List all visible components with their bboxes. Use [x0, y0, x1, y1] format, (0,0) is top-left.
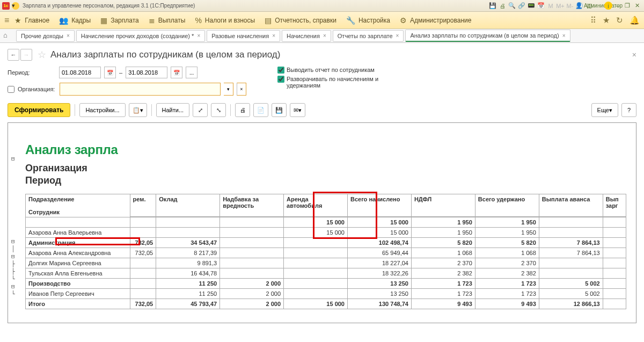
table-row[interactable]: Итого732,0545 793,472 00015 000130 748,7… — [26, 299, 626, 309]
period-more-button[interactable]: ... — [186, 67, 197, 78]
date-from-input[interactable] — [59, 67, 101, 78]
page-close-icon[interactable]: × — [632, 50, 636, 59]
menu-payments[interactable]: ≣Выплаты — [149, 16, 186, 25]
mminus-icon[interactable]: M- — [566, 2, 574, 10]
report-sub-period: Период — [25, 175, 631, 186]
close-icon[interactable]: × — [396, 33, 399, 39]
org-label: Организация: — [18, 86, 56, 92]
home-icon[interactable]: ⌂ — [3, 31, 13, 41]
user-icon[interactable]: 👤Администратор — [595, 2, 603, 10]
table-row[interactable]: Долгих Марина Сергеевна9 891,318 227,042… — [26, 258, 626, 268]
collapse-icon[interactable]: ⤡ — [211, 103, 226, 117]
menu-salary[interactable]: ▦Зарплата — [100, 16, 139, 25]
settings-button[interactable]: Настройки... — [79, 103, 125, 117]
chk-expand[interactable] — [277, 76, 284, 83]
apps-icon[interactable]: ⠿ — [590, 16, 596, 25]
calendar-icon[interactable]: 📅 — [171, 67, 182, 78]
close-icon[interactable]: × — [562, 33, 566, 39]
page-header: ← → ☆ Анализ зарплаты по сотрудникам (в … — [0, 43, 644, 67]
preview-icon[interactable]: 📄 — [253, 103, 268, 117]
org-checkbox[interactable] — [8, 86, 14, 93]
chk-by-employee[interactable] — [277, 67, 284, 74]
table-row[interactable]: Иванов Петр Сергеевич11 2502 00013 2501 … — [26, 289, 626, 299]
history-icon[interactable]: ↻ — [616, 16, 623, 25]
info-icon[interactable]: i — [604, 2, 612, 10]
table-row[interactable]: Тульская Алла Евгеньевна16 434,7818 322,… — [26, 268, 626, 279]
period-label: Период: — [8, 69, 56, 76]
mplus-icon[interactable]: M+ — [556, 2, 565, 10]
menubar: ≡ ★Главное 👥Кадры ▦Зарплата ≣Выплаты %На… — [0, 12, 644, 29]
menu-taxes[interactable]: %Налоги и взносы — [195, 16, 255, 25]
tab-3[interactable]: Начисления× — [282, 30, 331, 42]
tab-0[interactable]: Прочие доходы× — [16, 30, 75, 42]
search-icon[interactable]: 🔍 — [508, 2, 516, 10]
tab-4[interactable]: Отчеты по зарплате× — [333, 30, 404, 42]
tab-2[interactable]: Разовые начисления× — [207, 30, 280, 42]
highlight-box-1 — [55, 237, 140, 245]
menu-main[interactable]: ★Главное — [14, 16, 49, 25]
table-row[interactable]: Производство11 2502 00013 2501 7231 7235… — [26, 279, 626, 289]
report-sub-org: Организация — [25, 163, 631, 174]
menu-hr[interactable]: 👥Кадры — [59, 16, 91, 25]
tab-5[interactable]: Анализ зарплаты по сотрудникам (в целом … — [405, 30, 570, 42]
table-row[interactable]: Азарова Анна Александровна732,058 217,39… — [26, 248, 626, 258]
dropdown-icon[interactable]: ▾ — [12, 2, 19, 10]
tree-outline[interactable]: ⊟⊟│⊟├├└⊟└ — [11, 155, 22, 298]
generate-button[interactable]: Сформировать — [8, 103, 70, 117]
report-area: ⊟⊟│⊟├├└⊟└ Анализ зарпла Организация Пери… — [8, 122, 636, 323]
toolbar: Сформировать Настройки... 📋▾ Найти... ⤢ … — [0, 101, 644, 119]
tab-1[interactable]: Начисление прочих доходов (создание) *× — [76, 30, 205, 42]
toolbar-icon-1[interactable]: 📋▾ — [129, 103, 147, 117]
back-button[interactable]: ← — [8, 49, 19, 61]
close-icon[interactable]: × — [67, 33, 70, 39]
help-button[interactable]: ? — [621, 103, 636, 117]
window-title: Зарплата и управление персоналом, редакц… — [23, 3, 488, 9]
params-panel: Период: 📅 – 📅 ... Организация: ▾ × Вывод… — [0, 67, 644, 101]
minimize-icon[interactable]: − — [613, 2, 622, 10]
calendar-icon[interactable]: 📅 — [104, 67, 116, 78]
close-icon[interactable]: × — [197, 33, 200, 39]
link-icon[interactable]: 🔗 — [517, 2, 526, 10]
org-dropdown-icon[interactable]: ▾ — [224, 83, 233, 96]
close-icon[interactable]: × — [323, 33, 326, 39]
star-icon[interactable]: ★ — [603, 16, 610, 25]
m-icon[interactable]: M — [546, 2, 555, 10]
org-clear-button[interactable]: × — [237, 83, 246, 96]
menu-settings[interactable]: 🔧Настройка — [346, 16, 390, 25]
bell-icon[interactable]: 🔔 — [630, 16, 640, 25]
close-icon[interactable]: ✕ — [633, 2, 641, 10]
find-button[interactable]: Найти... — [156, 103, 190, 117]
forward-button[interactable]: → — [20, 49, 32, 61]
print-icon[interactable]: 🖨 — [498, 2, 507, 10]
save-icon[interactable]: 💾 — [488, 2, 497, 10]
org-input[interactable] — [60, 83, 221, 96]
report-title: Анализ зарпла — [25, 142, 631, 157]
app-logo: 1c — [2, 2, 10, 10]
highlight-box-2 — [313, 192, 377, 239]
mail-icon[interactable]: ✉▾ — [290, 103, 305, 117]
menu-reports[interactable]: ▤Отчетность, справки — [265, 16, 336, 25]
calc-icon[interactable]: 📟 — [527, 2, 536, 10]
expand-icon[interactable]: ⤢ — [193, 103, 208, 117]
maximize-icon[interactable]: ❐ — [623, 2, 632, 10]
tabbar: ⌂ Прочие доходы× Начисление прочих доход… — [0, 29, 644, 43]
save-icon[interactable]: 💾 — [272, 103, 287, 117]
menu-icon[interactable]: ≡ — [4, 16, 9, 25]
print-icon[interactable]: 🖨 — [235, 103, 250, 117]
titlebar: 1c ▾ Зарплата и управление персоналом, р… — [0, 0, 644, 12]
page-title: Анализ зарплаты по сотрудникам (в целом … — [50, 49, 280, 60]
more-button[interactable]: Еще ▾ — [591, 103, 618, 117]
menu-admin[interactable]: ⚙Администрирование — [400, 16, 471, 25]
date-to-input[interactable] — [126, 67, 167, 78]
close-icon[interactable]: × — [272, 33, 275, 39]
favorite-icon[interactable]: ☆ — [38, 49, 46, 61]
calendar-icon[interactable]: 📅 — [537, 2, 545, 10]
